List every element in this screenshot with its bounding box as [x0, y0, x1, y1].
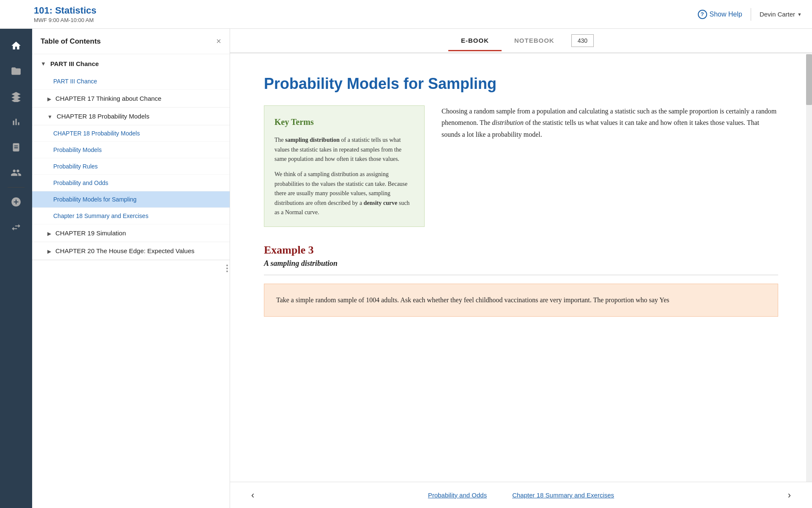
toc-section-part3-header[interactable]: ▼ PART III Chance — [32, 54, 230, 73]
toc-resize-handle[interactable] — [225, 260, 230, 276]
right-paragraph: Choosing a random sample from a populati… — [442, 105, 778, 140]
header-right: ? Show Help Devin Carter ▼ — [698, 8, 802, 21]
toc-header: Table of Contents × — [32, 29, 230, 54]
sidebar-home-button[interactable] — [0, 33, 32, 58]
sidebar-folder-button[interactable] — [0, 58, 32, 84]
drag-dot-2 — [226, 268, 228, 269]
key-terms-para2: We think of a sampling distribution as a… — [274, 170, 414, 217]
toc-item-ch19[interactable]: ▶ CHAPTER 19 Simulation — [32, 224, 230, 242]
content-right-text: Choosing a random sample from a populati… — [442, 105, 778, 227]
distribution-italic: distribution — [492, 119, 524, 126]
ch18-caret-icon: ▼ — [47, 114, 52, 120]
scrollbar-thumb[interactable] — [806, 54, 812, 105]
toc-section-part3: ▼ PART III Chance PART III Chance ▶ CHAP… — [32, 54, 230, 260]
drag-dot-3 — [226, 271, 228, 272]
toc-item-ch17[interactable]: ▶ CHAPTER 17 Thinking about Chance — [32, 90, 230, 108]
toc-title: Table of Contents — [41, 37, 101, 46]
bottom-nav-links: Probability and Odds Chapter 18 Summary … — [428, 491, 614, 499]
toc-item-prob-models[interactable]: Probability Models — [32, 142, 230, 158]
toc-panel: Table of Contents × ▼ PART III Chance PA… — [32, 29, 230, 508]
scrollbar-track[interactable] — [806, 54, 812, 482]
example-title: Example 3 — [264, 244, 778, 257]
header-title-group: 101: Statistics MWF 9:00 AM-10:00 AM — [34, 5, 96, 23]
example-section: Example 3 A sampling distribution Take a… — [264, 244, 778, 316]
user-menu-button[interactable]: Devin Carter ▼ — [760, 11, 802, 18]
toc-list: ▼ PART III Chance PART III Chance ▶ CHAP… — [32, 54, 230, 508]
user-caret-icon: ▼ — [797, 12, 802, 17]
key-terms-title: Key Terms — [274, 115, 414, 129]
icon-sidebar — [0, 29, 32, 508]
sidebar-swap-button[interactable] — [0, 215, 32, 240]
show-help-button[interactable]: ? Show Help — [698, 10, 742, 19]
user-name: Devin Carter — [760, 11, 795, 18]
content-area: E-book NOTEBOOK 430 Probability Models f… — [230, 29, 812, 508]
prev-arrow-button[interactable]: ‹ — [251, 490, 254, 501]
example-divider — [264, 275, 778, 275]
course-title: 101: Statistics — [34, 5, 96, 16]
bottom-nav: ‹ Probability and Odds Chapter 18 Summar… — [230, 482, 812, 508]
tab-notebook[interactable]: NOTEBOOK — [502, 31, 567, 51]
example-subtitle: A sampling distribution — [264, 259, 778, 268]
sidebar-divider — [8, 187, 25, 188]
next-arrow-button[interactable]: › — [788, 490, 791, 501]
toc-close-button[interactable]: × — [216, 36, 221, 46]
content-columns: Key Terms The sampling distribution of a… — [264, 105, 778, 227]
header-divider — [751, 8, 751, 21]
sidebar-layers-button[interactable] — [0, 84, 32, 109]
toc-item-ch18-summary[interactable]: Chapter 18 Summary and Exercises — [32, 208, 230, 224]
toc-part3-subsection: PART III Chance ▶ CHAPTER 17 Thinking ab… — [32, 73, 230, 260]
ch17-caret-icon: ▶ — [47, 96, 51, 102]
drag-dot-1 — [226, 265, 228, 266]
toc-item-prob-odds[interactable]: Probability and Odds — [32, 175, 230, 191]
sidebar-users-button[interactable] — [0, 160, 32, 185]
part3-label: PART III Chance — [50, 60, 99, 67]
toc-item-prob-rules[interactable]: Probability Rules — [32, 158, 230, 175]
sidebar-add-button[interactable] — [0, 189, 32, 215]
sampling-distribution-term: sampling distribution — [285, 137, 340, 143]
toc-item-part3-link[interactable]: PART III Chance — [32, 73, 230, 90]
ch17-label: CHAPTER 17 Thinking about Chance — [55, 95, 162, 102]
course-schedule: MWF 9:00 AM-10:00 AM — [34, 17, 96, 23]
ch19-label: CHAPTER 19 Simulation — [55, 229, 126, 237]
toc-item-ch20[interactable]: ▶ CHAPTER 20 The House Edge: Expected Va… — [32, 242, 230, 260]
ch18-label: CHAPTER 18 Probability Models — [57, 113, 149, 120]
main-layout: Table of Contents × ▼ PART III Chance PA… — [0, 29, 812, 508]
sidebar-chart-button[interactable] — [0, 109, 32, 135]
help-icon: ? — [698, 10, 707, 19]
show-help-label: Show Help — [710, 11, 742, 18]
content-scroll: Probability Models for Sampling Key Term… — [230, 53, 812, 482]
sidebar-notebook-button[interactable] — [0, 135, 32, 160]
ch19-caret-icon: ▶ — [47, 231, 51, 237]
page-number-input[interactable]: 430 — [571, 34, 594, 47]
toc-item-ch18-header[interactable]: ▼ CHAPTER 18 Probability Models — [32, 108, 230, 125]
tab-bar: E-book NOTEBOOK 430 — [230, 29, 812, 53]
key-terms-box: Key Terms The sampling distribution of a… — [264, 105, 425, 227]
toc-item-ch18-link[interactable]: CHAPTER 18 Probability Models — [32, 125, 230, 142]
page-main-title: Probability Models for Sampling — [264, 75, 778, 93]
ch20-caret-icon: ▶ — [47, 248, 51, 254]
key-terms-para1: The sampling distribution of a statistic… — [274, 135, 414, 164]
top-header: 101: Statistics MWF 9:00 AM-10:00 AM ? S… — [0, 0, 812, 29]
density-curve-term: density curve — [364, 200, 398, 206]
tab-ebook[interactable]: E-book — [448, 31, 502, 51]
toc-item-prob-sampling[interactable]: Probability Models for Sampling — [32, 191, 230, 208]
part3-caret-icon: ▼ — [41, 61, 46, 67]
example-box-text: Take a simple random sample of 1004 adul… — [276, 294, 766, 306]
example-box: Take a simple random sample of 1004 adul… — [264, 284, 778, 316]
prev-nav-link[interactable]: Probability and Odds — [428, 491, 487, 499]
next-nav-link[interactable]: Chapter 18 Summary and Exercises — [512, 491, 614, 499]
ch20-label: CHAPTER 20 The House Edge: Expected Valu… — [55, 247, 195, 254]
